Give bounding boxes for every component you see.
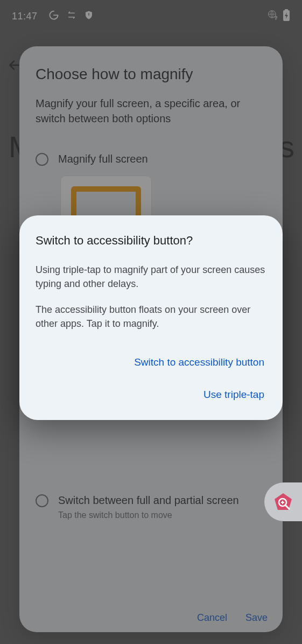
accessibility-floating-button[interactable] xyxy=(264,482,302,521)
magnify-plus-icon xyxy=(272,491,294,513)
dialog-title: Switch to accessibility button? xyxy=(36,234,266,248)
use-triple-tap-button[interactable]: Use triple-tap xyxy=(201,386,266,404)
dialog-paragraph-1: Using triple-tap to magnify part of your… xyxy=(36,263,266,291)
dialog-paragraph-2: The accessibility button floats on your … xyxy=(36,303,266,331)
switch-accessibility-dialog: Switch to accessibility button? Using tr… xyxy=(19,215,283,420)
switch-to-accessibility-button[interactable]: Switch to accessibility button xyxy=(132,353,266,372)
device-viewport: M s 11:47 ? Choose how xyxy=(0,0,302,644)
